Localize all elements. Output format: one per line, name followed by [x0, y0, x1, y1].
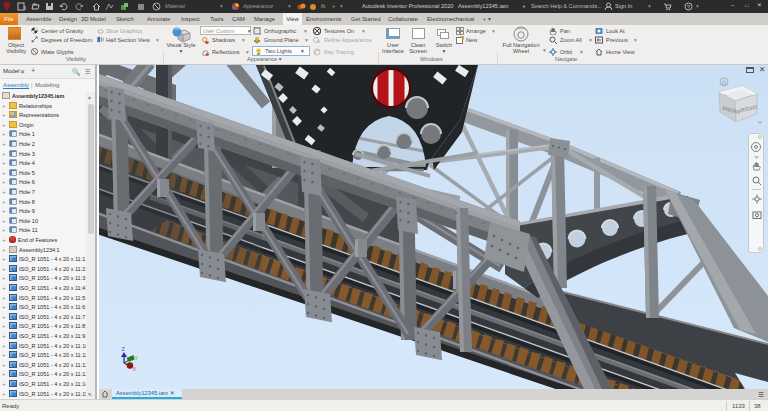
svg-text:?: ? — [687, 4, 691, 10]
svg-text:Y: Y — [134, 355, 138, 361]
svg-text:X: X — [133, 367, 137, 373]
